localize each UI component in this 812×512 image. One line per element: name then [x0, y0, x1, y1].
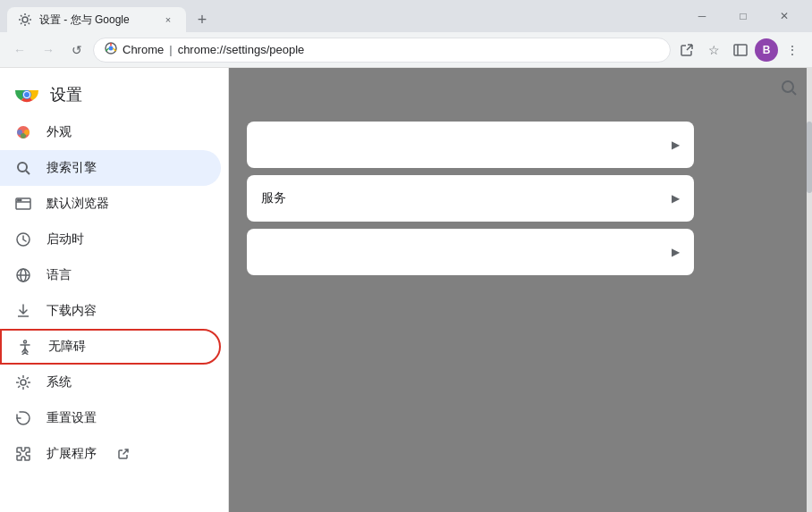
svg-line-18 — [26, 171, 30, 174]
svg-rect-6 — [734, 45, 747, 55]
address-bar[interactable]: Chrome | chrome://settings/people — [93, 38, 671, 63]
system-icon — [14, 374, 32, 391]
card-1-arrow: ▶ — [672, 138, 680, 151]
sidebar: 设置 外观 搜索引擎 — [0, 68, 229, 512]
maximize-button[interactable]: □ — [723, 0, 764, 32]
chrome-icon — [105, 42, 117, 57]
url-text: chrome://settings/people — [178, 43, 659, 56]
scrollbar[interactable] — [807, 68, 812, 512]
bookmark-button[interactable]: ☆ — [701, 38, 726, 63]
titlebar: 设置 - 您与 Google × + ─ □ ✕ — [0, 0, 812, 32]
language-label: 语言 — [47, 267, 72, 283]
main-layout: 设置 外观 搜索引擎 — [0, 68, 812, 512]
chrome-logo-icon — [14, 82, 39, 107]
sidebar-item-default-browser[interactable]: 默认浏览器 — [0, 186, 221, 222]
card-2-label: 服务 — [261, 190, 672, 206]
content-area: ▶ 服务 ▶ ▶ — [229, 68, 812, 512]
sidebar-item-search[interactable]: 搜索引擎 — [0, 150, 221, 186]
svg-line-4 — [106, 48, 109, 51]
addressbar: ← → ↺ Chrome | chrome://settings/people … — [0, 32, 812, 68]
language-icon — [14, 266, 32, 284]
share-button[interactable] — [674, 38, 699, 63]
startup-icon — [14, 231, 32, 248]
downloads-label: 下载内容 — [47, 303, 97, 319]
sidebar-item-downloads[interactable]: 下载内容 — [0, 293, 221, 329]
svg-point-2 — [109, 46, 114, 51]
sidebar-toggle-button[interactable] — [728, 38, 753, 63]
reload-button[interactable]: ↺ — [64, 38, 89, 63]
default-browser-icon — [14, 195, 32, 213]
extensions-icon — [14, 445, 32, 463]
sidebar-item-language[interactable]: 语言 — [0, 257, 221, 293]
content-inner: ▶ 服务 ▶ ▶ — [229, 68, 812, 300]
tab-title: 设置 - 您与 Google — [39, 13, 154, 28]
svg-point-31 — [21, 380, 26, 385]
accessibility-label: 无障碍 — [48, 339, 86, 355]
search-label: 搜索引擎 — [47, 160, 97, 176]
window-controls: ─ □ ✕ — [681, 0, 805, 32]
minimize-button[interactable]: ─ — [681, 0, 723, 32]
svg-point-21 — [18, 199, 20, 201]
content-card-2[interactable]: 服务 ▶ — [247, 175, 694, 222]
tab-bar: 设置 - 您与 Google × + — [7, 0, 681, 32]
appearance-label: 外观 — [47, 124, 72, 140]
content-card-1[interactable]: ▶ — [247, 122, 694, 168]
url-separator: | — [169, 43, 172, 56]
svg-point-32 — [782, 81, 793, 92]
default-browser-label: 默认浏览器 — [47, 196, 109, 212]
sidebar-item-reset[interactable]: 重置设置 — [0, 400, 221, 436]
svg-point-0 — [22, 17, 28, 22]
sidebar-header: 设置 — [0, 68, 228, 114]
content-search-icon[interactable] — [780, 79, 798, 101]
sidebar-item-extensions[interactable]: 扩展程序 — [0, 436, 221, 472]
search-icon — [14, 159, 32, 177]
reset-label: 重置设置 — [47, 410, 97, 426]
scroll-thumb[interactable] — [807, 122, 812, 193]
appearance-icon — [14, 123, 32, 141]
active-tab[interactable]: 设置 - 您与 Google × — [7, 7, 186, 32]
sidebar-item-appearance[interactable]: 外观 — [0, 114, 221, 150]
extensions-label: 扩展程序 — [47, 446, 97, 462]
content-card-3[interactable]: ▶ — [247, 229, 694, 275]
card-2-arrow: ▶ — [672, 192, 680, 205]
external-link-icon — [114, 445, 132, 463]
svg-point-28 — [24, 340, 27, 343]
sidebar-title: 设置 — [50, 84, 82, 105]
svg-point-22 — [20, 199, 21, 201]
close-button[interactable]: ✕ — [764, 0, 805, 32]
tab-close-button[interactable]: × — [161, 13, 175, 27]
sidebar-item-startup[interactable]: 启动时 — [0, 222, 221, 257]
card-3-arrow: ▶ — [672, 246, 680, 258]
settings-tab-icon — [18, 13, 32, 27]
forward-button[interactable]: → — [36, 38, 61, 63]
system-label: 系统 — [47, 374, 72, 390]
sidebar-item-accessibility[interactable]: 无障碍 — [0, 329, 221, 365]
menu-button[interactable]: ⋮ — [780, 38, 805, 63]
svg-point-16 — [24, 130, 30, 135]
svg-point-12 — [24, 92, 30, 97]
svg-line-33 — [792, 91, 796, 95]
sidebar-item-system[interactable]: 系统 — [0, 365, 221, 400]
new-tab-button[interactable]: + — [190, 7, 215, 32]
svg-point-17 — [18, 163, 27, 172]
svg-line-5 — [114, 48, 116, 51]
reset-icon — [14, 409, 32, 427]
profile-avatar[interactable]: B — [755, 38, 778, 62]
back-button[interactable]: ← — [7, 38, 32, 63]
downloads-icon — [14, 302, 32, 320]
toolbar-right: ☆ B ⋮ — [674, 38, 805, 63]
startup-label: 启动时 — [47, 231, 84, 248]
accessibility-icon — [16, 338, 34, 356]
chrome-label: Chrome — [123, 43, 164, 56]
